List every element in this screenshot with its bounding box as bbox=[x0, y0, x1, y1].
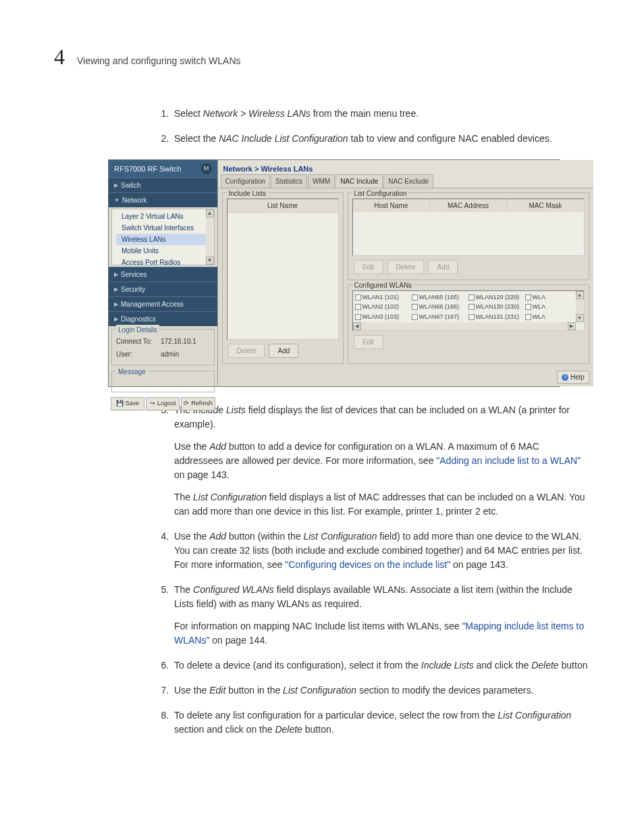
sidebar-header: RFS7000 RF Switch M bbox=[109, 160, 217, 178]
nav-services[interactable]: ▶Services bbox=[109, 267, 217, 282]
wlan-cell[interactable]: WLAN1 (101) bbox=[355, 293, 412, 303]
text: and click the bbox=[474, 660, 532, 671]
steps-list: Select Network > Wireless LANs from the … bbox=[155, 107, 590, 146]
listcfg-add-button[interactable]: Add bbox=[428, 260, 458, 274]
steps-list-cont: The Include Lists field displays the lis… bbox=[155, 403, 590, 737]
nav-diagnostics[interactable]: ▶Diagnostics bbox=[109, 311, 217, 326]
wlan-label: WLA bbox=[533, 303, 546, 312]
button-name: Edit bbox=[209, 685, 225, 696]
include-delete-button[interactable]: Delete bbox=[228, 344, 265, 358]
checkbox-icon[interactable] bbox=[525, 304, 531, 310]
logout-button[interactable]: ↪Logout bbox=[146, 397, 180, 411]
checkbox-icon[interactable] bbox=[355, 294, 361, 301]
tab-nac-include[interactable]: NAC Include bbox=[336, 174, 383, 188]
btn-label: Logout bbox=[157, 399, 176, 409]
help-icon: ? bbox=[562, 374, 568, 381]
wlan-cell[interactable]: WLAN65 (165) bbox=[412, 293, 468, 303]
refresh-button[interactable]: ⟳Refresh bbox=[181, 397, 215, 411]
text: Use the bbox=[174, 441, 209, 452]
checkbox-icon[interactable] bbox=[412, 314, 418, 320]
tree-item[interactable]: Access Port Radios bbox=[116, 257, 213, 265]
caret-right-icon: ▶ bbox=[114, 315, 118, 323]
checkbox-icon[interactable] bbox=[412, 294, 418, 301]
scroll-left-icon[interactable]: ◀ bbox=[353, 322, 361, 330]
wlan-cell[interactable]: WLAN131 (231) bbox=[468, 313, 525, 322]
checkbox-icon[interactable] bbox=[525, 294, 531, 301]
nav-switch[interactable]: ▶Switch bbox=[109, 178, 217, 192]
link-text[interactable]: "Configuring devices on the include list… bbox=[285, 559, 450, 570]
cfgwlans-edit-button[interactable]: Edit bbox=[354, 335, 383, 349]
configured-wlans-area[interactable]: WLAN1 (101)WLAN65 (165)WLAN129 (229)WLAW… bbox=[352, 290, 585, 331]
list-configuration-box[interactable]: Host Name MAC Address MAC Mask bbox=[352, 199, 585, 256]
btn-label: Save bbox=[126, 399, 140, 409]
include-add-button[interactable]: Add bbox=[269, 344, 298, 358]
wlan-cell[interactable]: WLA bbox=[525, 303, 582, 312]
motorola-logo-icon: M bbox=[201, 163, 212, 174]
configured-wlans-fieldset: Configured WLANs WLAN1 (101)WLAN65 (165)… bbox=[348, 284, 589, 365]
save-button[interactable]: 💾Save bbox=[111, 397, 144, 411]
listcfg-delete-button[interactable]: Delete bbox=[387, 260, 425, 274]
wlan-scroll-vertical[interactable]: ▲ ▼ bbox=[576, 291, 584, 322]
step-8: To delete any list configuration for a p… bbox=[171, 708, 590, 737]
wlan-cell[interactable]: WLA bbox=[525, 293, 582, 303]
step-3: The Include Lists field displays the lis… bbox=[171, 403, 590, 519]
list-configuration-legend: List Configuration bbox=[352, 188, 409, 199]
tree-item[interactable]: Layer 2 Virtual LANs bbox=[116, 211, 213, 222]
button-name: Delete bbox=[531, 660, 558, 671]
tab-nac-exclude[interactable]: NAC Exclude bbox=[383, 174, 433, 188]
scroll-right-icon[interactable]: ▶ bbox=[568, 322, 576, 330]
body-content: Select Network > Wireless LANs from the … bbox=[155, 107, 590, 146]
link-text[interactable]: "Adding an include list to a WLAN" bbox=[436, 455, 581, 466]
nav-security[interactable]: ▶Security bbox=[109, 282, 217, 296]
checkbox-icon[interactable] bbox=[355, 304, 361, 310]
text: For information on mapping NAC Include l… bbox=[174, 621, 462, 631]
tree-item-selected[interactable]: Wireless LANs bbox=[116, 234, 213, 245]
wlan-cell[interactable]: WLAN130 (230) bbox=[468, 303, 525, 312]
text: Use the bbox=[174, 685, 209, 696]
wlan-cell[interactable]: WLA bbox=[525, 313, 582, 322]
wlan-label: WLAN129 (229) bbox=[476, 293, 520, 303]
tab-configuration[interactable]: Configuration bbox=[221, 174, 270, 188]
help-button[interactable]: ? Help bbox=[557, 371, 589, 384]
text: Select bbox=[174, 108, 203, 119]
nav-network[interactable]: ▼Network bbox=[109, 192, 217, 207]
network-tree: Layer 2 Virtual LANs Switch Virtual Inte… bbox=[111, 209, 215, 265]
sidebar: RFS7000 RF Switch M ▶Switch ▼Network Lay… bbox=[109, 160, 218, 386]
tab-wmm[interactable]: WMM bbox=[308, 174, 335, 188]
scroll-down-icon[interactable]: ▼ bbox=[206, 257, 214, 265]
tree-item[interactable]: Switch Virtual Interfaces bbox=[116, 222, 213, 234]
checkbox-icon[interactable] bbox=[412, 304, 418, 310]
scroll-up-icon[interactable]: ▲ bbox=[576, 291, 584, 299]
checkbox-icon[interactable] bbox=[468, 304, 475, 310]
wlan-label: WLA bbox=[533, 313, 546, 322]
text: button bbox=[559, 660, 588, 671]
checkbox-icon[interactable] bbox=[355, 314, 361, 320]
scroll-down-icon[interactable]: ▼ bbox=[576, 314, 584, 322]
text: Use the bbox=[174, 531, 209, 542]
help-label: Help bbox=[570, 372, 585, 382]
tree-scrollbar[interactable]: ▲ ▼ bbox=[206, 209, 214, 265]
caret-right-icon: ▶ bbox=[114, 286, 118, 294]
caret-down-icon: ▼ bbox=[114, 197, 119, 205]
wlan-cell[interactable]: WLAN129 (229) bbox=[468, 293, 525, 303]
wlan-cell[interactable]: WLAN67 (167) bbox=[412, 313, 468, 322]
wlan-cell[interactable]: WLAN3 (103) bbox=[355, 313, 412, 322]
checkbox-icon[interactable] bbox=[468, 314, 475, 320]
tree-item[interactable]: Mobile Units bbox=[116, 245, 213, 257]
text: on page 144. bbox=[209, 635, 267, 646]
field-name: Configured WLANs bbox=[193, 584, 274, 595]
wlan-cell[interactable]: WLAN66 (166) bbox=[412, 303, 468, 312]
text: button (within the bbox=[226, 531, 303, 542]
nav-management[interactable]: ▶Management Access bbox=[109, 296, 217, 311]
scroll-up-icon[interactable]: ▲ bbox=[206, 209, 214, 217]
include-lists-box[interactable]: List Name bbox=[227, 199, 339, 340]
wlan-scroll-horizontal[interactable]: ◀ ▶ bbox=[353, 322, 576, 330]
field-name: List Configuration bbox=[193, 492, 267, 502]
checkbox-icon[interactable] bbox=[525, 314, 531, 320]
col-hostname: Host Name bbox=[353, 199, 430, 212]
listcfg-edit-button[interactable]: Edit bbox=[354, 260, 383, 274]
checkbox-icon[interactable] bbox=[468, 294, 475, 301]
wlan-cell[interactable]: WLAN2 (102) bbox=[355, 303, 412, 312]
tab-statistics[interactable]: Statistics bbox=[271, 174, 307, 188]
button-name: Add bbox=[209, 531, 226, 542]
